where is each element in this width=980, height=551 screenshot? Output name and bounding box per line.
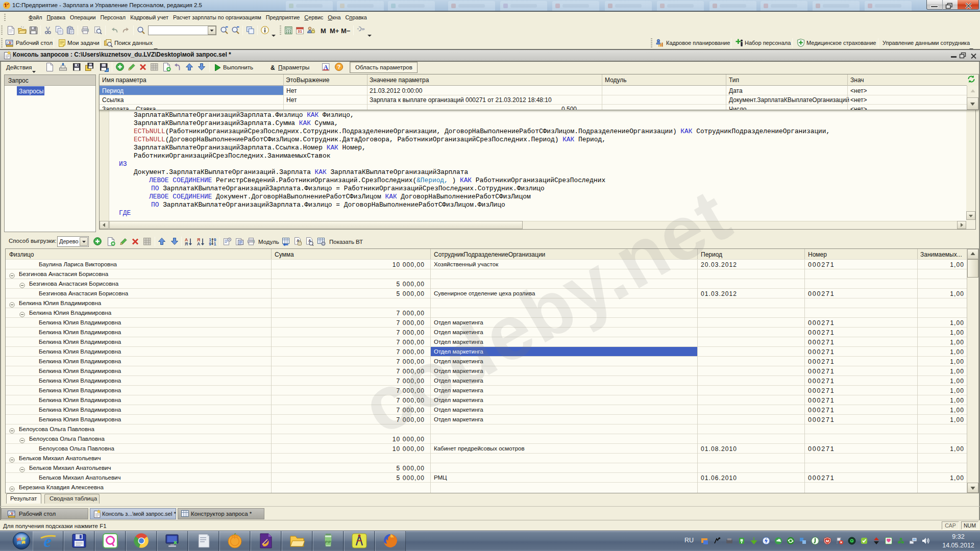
svg-text:9: 9 [209,241,211,246]
svg-text:31: 31 [298,29,302,34]
svg-text:А: А [197,241,200,246]
svg-text:A: A [11,512,13,515]
svg-text:?: ? [337,64,340,70]
svg-text:M: M [826,539,829,543]
svg-text:1: 1 [214,241,216,246]
svg-text:e: e [43,532,51,549]
svg-text:A: A [9,41,11,44]
svg-text:Я: Я [185,241,188,246]
